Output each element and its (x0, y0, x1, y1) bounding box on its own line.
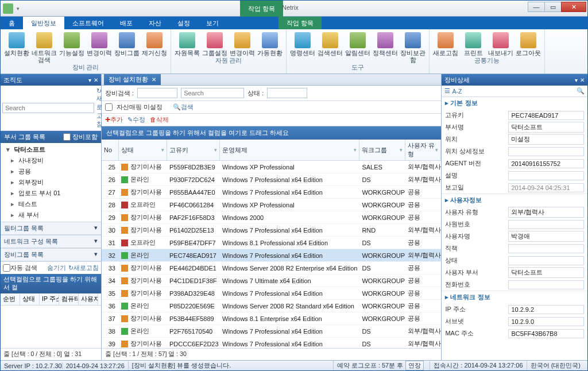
table-row[interactable]: 27장기미사용P855BAA447E0Windows 7 Professiona… (102, 186, 441, 199)
left-col[interactable]: IP 주소 (40, 293, 59, 305)
cat-user[interactable]: ▸ 사용자정보 (442, 194, 587, 206)
col-no[interactable]: No (102, 140, 119, 160)
col-os[interactable]: 운영체제▾ (220, 140, 359, 160)
prop-value[interactable] (508, 244, 584, 253)
prop-value[interactable]: 10.2.9.2 (508, 305, 584, 314)
minimize-button[interactable]: — (528, 2, 545, 12)
hide-button[interactable]: 숨기기 (47, 264, 66, 272)
prop-value[interactable] (508, 220, 584, 229)
tab-task[interactable]: 작업 항목 (278, 17, 322, 29)
ribbon-가동현황[interactable]: 가동현황 (256, 31, 284, 56)
delete-button[interactable]: 🗑삭제 (150, 115, 169, 124)
tab-software[interactable]: 소프트웨어 (64, 17, 112, 29)
list-icon[interactable]: ☰ (444, 87, 450, 95)
prop-value[interactable] (508, 280, 584, 289)
ribbon-정책센터[interactable]: 정책센터 (372, 31, 399, 63)
filter-group-section[interactable]: 필터그룹 목록▾ (1, 222, 101, 235)
ribbon-기능설정[interactable]: 기능설정 (58, 31, 86, 63)
cat-basic[interactable]: ▸ 기본 정보 (442, 97, 587, 109)
ribbon-내보내기[interactable]: 내보내기 (487, 31, 514, 56)
maximize-button[interactable]: ▭ (544, 2, 562, 12)
edit-button[interactable]: ✎수정 (127, 115, 145, 124)
left-col[interactable]: 사용자 (79, 293, 98, 305)
tree-node[interactable]: ▸ 업로드 부서 01 (1, 188, 101, 199)
tree-node[interactable]: ▾ 닥터소프트 (1, 144, 101, 155)
prop-value[interactable]: BC5FF43B67B8 (508, 329, 584, 338)
panel-close-icon[interactable]: ✕ (580, 77, 585, 83)
prop-value[interactable]: 닥터소프트 (508, 122, 584, 133)
ribbon-그룹설정[interactable]: 그룹설정 (201, 31, 229, 56)
col-usertype[interactable]: 사용자 유형▾ (405, 140, 441, 160)
tree-node[interactable]: ▸ 외부장비 (1, 177, 101, 188)
include-device-checkbox[interactable] (63, 133, 71, 141)
tab-general[interactable]: 일반정보 (23, 17, 64, 29)
tree-node[interactable]: ▸ 공용 (1, 166, 101, 177)
left-col[interactable]: 순번 (1, 293, 20, 305)
prop-value[interactable]: 2014-09-24 04:25:31 (508, 183, 584, 192)
ribbon-장비그룹[interactable]: 장비그룹 (113, 31, 141, 63)
doc-tab-close-icon[interactable]: ✕ (152, 76, 156, 83)
refresh-button-2[interactable]: ↻새로고침 (68, 264, 99, 272)
table-row[interactable]: 38온라인P2F765170540Windows 7 Professional … (102, 325, 441, 338)
network-group-section[interactable]: 네트워크 구성 목록▾ (1, 235, 101, 248)
org-search-input[interactable] (2, 103, 94, 113)
table-row[interactable]: 34장기미사용P4C1DED1F38FWindows 7 Ultimate x6… (102, 275, 441, 287)
ribbon-알림센터[interactable]: 알림센터 (344, 31, 372, 63)
add-button[interactable]: ✚추가 (105, 115, 123, 124)
prop-value[interactable]: 닥터소프트 (508, 267, 584, 278)
ribbon-변경이력[interactable]: 변경이력 (229, 31, 256, 56)
prop-value[interactable]: 10.2.9.0 (508, 317, 584, 326)
table-row[interactable]: 28오프라인PF46C0661284Windows XP Professiona… (102, 199, 441, 211)
ribbon-프린트[interactable]: 프린트 (459, 31, 487, 56)
tree-node[interactable]: ▸ 새 부서 (1, 210, 101, 221)
col-workgroup[interactable]: 워크그룹▾ (359, 140, 405, 160)
tab-view[interactable]: 보기 (198, 17, 227, 29)
device-group-section[interactable]: 장비그룹 목록▾ (1, 248, 101, 261)
app-icon[interactable] (3, 3, 13, 14)
ribbon-장비보관함[interactable]: 장비보관함 (399, 31, 427, 63)
prop-value[interactable] (508, 256, 584, 265)
left-col[interactable]: 컴퓨터명 (59, 293, 79, 305)
pin-icon[interactable]: ▾ (88, 77, 91, 83)
ribbon-새로고침[interactable]: 새로고침 (432, 31, 459, 56)
doc-tab[interactable]: 장비 설치현황 ✕ (104, 74, 161, 85)
search-button[interactable]: 🔍검색 (173, 103, 194, 111)
prop-value[interactable] (508, 147, 584, 156)
table-row[interactable]: 39장기미사용PDCCC6EF2D23Windows 7 Professiona… (102, 338, 441, 348)
tab-settings[interactable]: 설정 (169, 17, 198, 29)
pin-icon[interactable]: ▾ (575, 77, 578, 83)
close-button[interactable]: ✕ (561, 2, 586, 12)
extend-button[interactable]: 연장 (405, 361, 424, 370)
ribbon-검색센터[interactable]: 검색센터 (316, 31, 344, 63)
col-key[interactable]: 고유키▾ (167, 140, 220, 160)
table-row[interactable]: 25장기미사용P559F8D2B3E9Windows XP Profession… (102, 161, 441, 173)
tab-asset[interactable]: 자산 (141, 17, 169, 29)
prop-value[interactable] (508, 171, 584, 180)
ribbon-네트워크검색[interactable]: 네트워크검색 (30, 31, 58, 63)
cat-network[interactable]: ▸ 네트워크 정보 (442, 291, 587, 303)
table-row[interactable]: 33장기미사용PE4462D4BDE1Windows Server 2008 R… (102, 262, 441, 275)
tab-home[interactable]: 홈 (1, 17, 23, 29)
table-row[interactable]: 36온라인P85D220E569EWindows Server 2008 R2 … (102, 300, 441, 312)
tree-node[interactable]: ▸ 테스트 (1, 199, 101, 210)
table-row[interactable]: 31오프라인P59FBE47DFF7Windows 8.1 Profession… (102, 237, 441, 249)
ribbon-자원목록[interactable]: 자원목록 (173, 31, 201, 56)
search-category-combo[interactable] (137, 88, 177, 98)
ribbon-명령센터[interactable]: 명령센터 (289, 31, 316, 63)
ribbon-로그아웃[interactable]: 로그아웃 (514, 31, 542, 56)
table-row[interactable]: 32온라인PEC748EAD917Windows 7 Professional … (102, 249, 441, 262)
prop-value[interactable]: 미설정 (508, 134, 584, 145)
grid-search-input[interactable] (181, 88, 244, 98)
ribbon-설치현황[interactable]: 설치현황 (3, 31, 30, 63)
prop-value[interactable]: 외부/협력사 (508, 207, 584, 218)
status-combo[interactable] (267, 88, 307, 98)
prop-value[interactable]: 박경애 (508, 231, 584, 242)
tree-node[interactable]: ▸ 사내장비 (1, 155, 101, 166)
prop-value[interactable]: 20140916155752 (508, 159, 584, 168)
col-status[interactable]: 상태▾ (119, 140, 167, 160)
table-row[interactable]: 35장기미사용P398AD329E48Windows 7 Professiona… (102, 287, 441, 300)
prop-value[interactable]: PEC748EAD917 (508, 111, 584, 120)
tab-deploy[interactable]: 배포 (112, 17, 141, 29)
table-row[interactable]: 37장기미사용P53B44EF5889Windows 8.1 Enterpris… (102, 312, 441, 325)
qat-dropdown-icon[interactable]: ▾ (14, 3, 21, 14)
